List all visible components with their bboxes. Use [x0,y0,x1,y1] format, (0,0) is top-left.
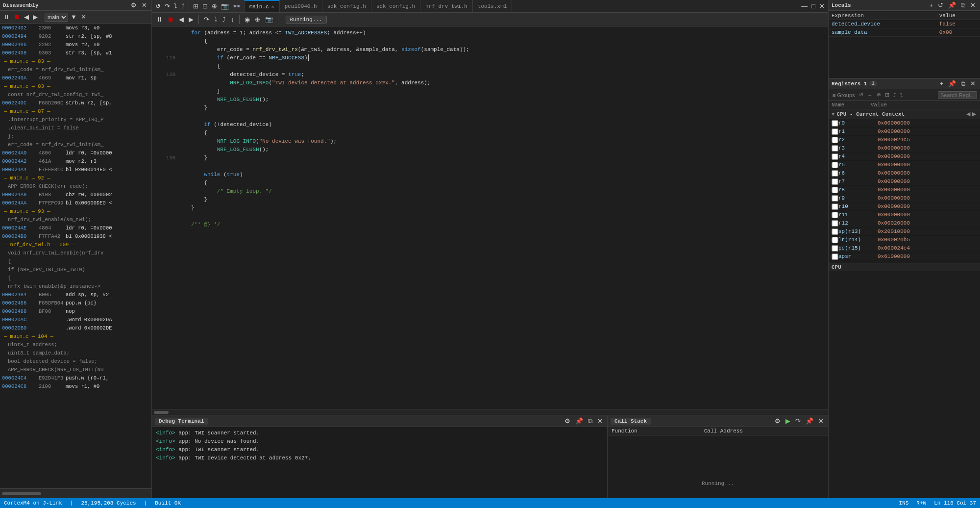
view-btn2[interactable]: ⊡ [201,2,209,10]
terminal-pop-btn[interactable]: ⧉ [587,417,594,425]
reg-r2-checkbox[interactable] [832,137,838,143]
forward-btn[interactable]: ▶ [31,13,39,21]
reg-row-r3[interactable]: r3 0x00000000 [829,144,980,152]
registers-search-input[interactable] [938,91,977,99]
tab-tools-xml[interactable]: tools.xml [473,0,512,12]
regs-freeze-btn[interactable]: ❄ [876,91,882,99]
reg-row-r9[interactable]: r9 0x00000000 [829,194,980,203]
reg-row-r4[interactable]: r4 0x00000000 [829,152,980,161]
toolbar-bp-btn[interactable]: ◉ [243,16,251,23]
camera-btn[interactable]: 📷 [220,2,230,10]
disasm-close2-btn[interactable]: ✕ [79,13,88,21]
tab-sdk-config-h[interactable]: sdk_config.h [371,0,420,12]
reg-r10-checkbox[interactable] [832,203,838,210]
restart-debug-btn[interactable]: ↺ [154,2,162,10]
toolbar-view-btn[interactable]: ⊕ [253,16,262,23]
regs-add-btn[interactable]: + [938,80,945,87]
reg-r4-checkbox[interactable] [832,153,838,160]
reg-row-r10[interactable]: r10 0x00000000 [829,203,980,211]
callstack-resume-btn[interactable]: ▶ [784,417,792,425]
debug-terminal-title[interactable]: Debug Terminal [155,418,208,425]
reg-pc-checkbox[interactable] [832,245,838,252]
toolbar-pause2-btn[interactable]: ⏸ [155,16,164,23]
reg-r0-checkbox[interactable] [832,120,838,127]
step-into-btn[interactable]: ⤵ [172,2,179,10]
win-min-btn[interactable]: — [800,2,809,10]
regs-close-btn[interactable]: ✕ [969,80,977,87]
reg-r5-checkbox[interactable] [832,162,838,168]
step-out-btn[interactable]: ⤴ [180,2,186,10]
reg-row-r0[interactable]: r0 0x00000000 [829,119,980,127]
locals-add-watch-btn[interactable]: + [928,1,934,9]
toolbar-step-out2[interactable]: ⤴ [221,16,227,23]
toolbar-back2-btn[interactable]: ◀ [177,16,185,23]
reg-r1-checkbox[interactable] [832,128,838,135]
reg-r6-checkbox[interactable] [832,170,838,177]
reg-group-collapse-btn[interactable]: ◀ [965,110,971,118]
terminal-settings-btn[interactable]: ⚙ [563,417,572,425]
reg-r8-checkbox[interactable] [832,187,838,193]
reg-r7-checkbox[interactable] [832,178,838,185]
reg-row-sp[interactable]: sp(r13) 0x20010000 [829,228,980,236]
reg-row-r7[interactable]: r7 0x00000000 [829,178,980,186]
callstack-settings-btn[interactable]: ⚙ [773,417,782,425]
regs-groups-btn[interactable]: ≡ Groups [832,92,856,99]
reg-lr-checkbox[interactable] [832,237,838,243]
regs-sort-btn[interactable]: ⊞ [884,91,890,99]
reg-row-r1[interactable]: r1 0x00000000 [829,127,980,136]
regs-arrow-btn[interactable]: → [866,92,874,99]
callstack-pin-btn[interactable]: 📌 [804,417,815,425]
locals-close-btn[interactable]: ✕ [969,1,977,9]
locals-pin-btn[interactable]: 📌 [947,1,957,9]
locals-row[interactable]: detected_device false [829,20,980,28]
toolbar-camera2-btn[interactable]: 📷 [264,16,274,23]
toolbar-step-instr[interactable]: ↓ [229,16,236,23]
terminal-pin-btn[interactable]: 📌 [574,417,585,425]
code-editor[interactable]: for (address = 1; address <= TWI_ADDRESS… [152,26,828,409]
tab-sdk-config[interactable]: sdk_config.h [322,0,371,12]
regs-export-btn[interactable]: ⤴ [892,92,897,99]
scroll-thumb[interactable] [2,492,41,495]
regs-pin-btn[interactable]: 📌 [947,80,957,87]
terminal-close-btn[interactable]: ✕ [596,417,604,425]
stop-btn[interactable]: ⏹ [12,13,22,21]
reg-group-expand-btn[interactable]: ▶ [971,110,977,118]
h-scrollbar[interactable] [152,409,828,415]
callstack-step-btn[interactable]: ↷ [794,417,802,425]
callstack-close-btn[interactable]: ✕ [817,417,825,425]
tab-nrf-drv-twi[interactable]: nrf_drv_twi.h [420,0,473,12]
view-btn1[interactable]: ⊞ [192,2,200,10]
locals-row[interactable]: sample_data 0x00 [829,28,980,37]
reg-row-r5[interactable]: r5 0x00000000 [829,161,980,169]
reg-row-r8[interactable]: r8 0x00000000 [829,186,980,194]
regs-import-btn[interactable]: ⤵ [899,92,904,99]
call-stack-title[interactable]: Call Stack [611,418,651,425]
tab-pca10040[interactable]: pca10040.h [280,0,322,12]
step-over-btn[interactable]: ↷ [163,2,172,10]
reg-row-r2[interactable]: r2 0x000024c5 [829,136,980,144]
regs-refresh-btn[interactable]: ↺ [858,91,864,99]
context-select[interactable]: main [45,13,68,22]
glasses-btn[interactable]: 👓 [231,2,242,10]
locals-pop-btn[interactable]: ⧉ [959,1,967,9]
toolbar-step-into2[interactable]: ⤵ [213,16,219,23]
reg-apsr-checkbox[interactable] [832,254,838,260]
reg-row-apsr[interactable]: apsr 0x61000000 [829,253,980,261]
reg-r12-checkbox[interactable] [832,220,838,227]
reg-r3-checkbox[interactable] [832,145,838,152]
disasm-down-btn[interactable]: ▼ [69,13,78,21]
disassembly-settings-btn[interactable]: ⚙ [129,1,138,9]
toolbar-step-over2[interactable]: ↷ [202,16,211,23]
h-scroll-thumb[interactable] [154,411,169,414]
reg-sp-checkbox[interactable] [832,229,838,235]
back-btn[interactable]: ◀ [23,13,30,21]
view-btn3[interactable]: ⊕ [210,2,219,10]
reg-row-r11[interactable]: r11 0x00000000 [829,211,980,219]
reg-r9-checkbox[interactable] [832,195,838,202]
reg-r11-checkbox[interactable] [832,212,838,218]
tab-close-main-c[interactable]: ✕ [271,4,274,10]
toolbar-stop2-btn[interactable]: ⏹ [166,16,175,23]
reg-row-pc[interactable]: pc(r15) 0x000024c4 [829,244,980,253]
pause-btn[interactable]: ⏸ [2,13,11,21]
reg-row-r6[interactable]: r6 0x00000000 [829,169,980,178]
